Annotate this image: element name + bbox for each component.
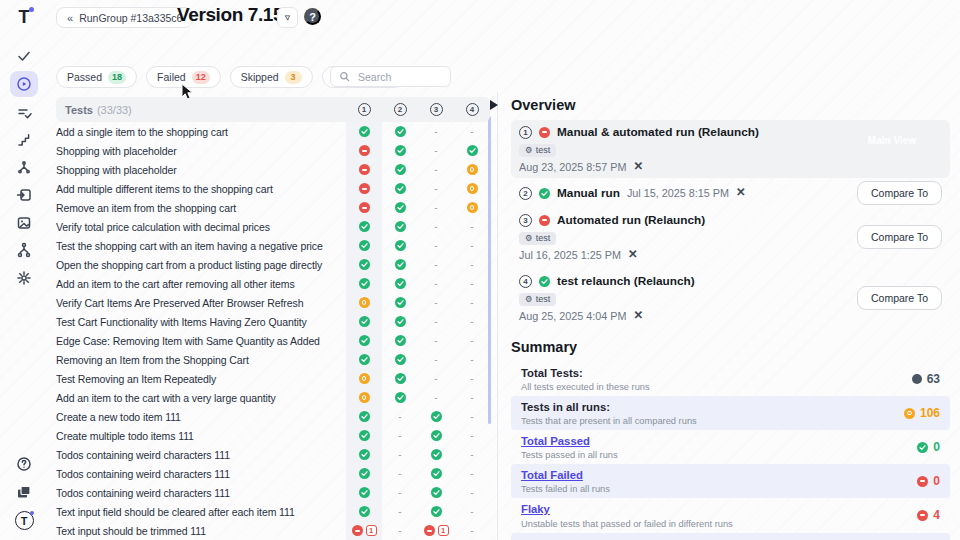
test-row[interactable]: Add a single item to the shopping cart-- <box>56 122 490 141</box>
test-row[interactable]: Shopping with placeholder- <box>56 160 490 179</box>
test-status-cell: - <box>418 165 454 175</box>
compare-to-button[interactable]: Compare To <box>857 286 942 310</box>
summary-link[interactable]: Total Failed <box>521 468 610 482</box>
collapse-panel-icon[interactable] <box>490 100 498 110</box>
test-status-cell: - <box>382 450 418 460</box>
test-row[interactable]: Text input field should be cleared after… <box>56 502 490 521</box>
test-status-cell: - <box>418 355 454 365</box>
test-row[interactable]: Add multiple different items to the shop… <box>56 179 490 198</box>
comment-bubble-icon[interactable]: 1 <box>366 525 377 536</box>
test-row[interactable]: Add an item to the cart after removing a… <box>56 274 490 293</box>
test-row[interactable]: Shopping with placeholder- <box>56 141 490 160</box>
total-dot-icon <box>912 374 922 384</box>
sidebar-item-activity[interactable] <box>10 156 38 180</box>
column-header-run-1[interactable]: 1 <box>346 103 382 116</box>
filter-button[interactable] <box>277 7 298 28</box>
test-name: Open the shopping cart from a product li… <box>56 259 346 271</box>
run-title: test relaunch (Relaunch) <box>557 274 695 288</box>
help-button[interactable]: ? <box>304 8 321 25</box>
test-row[interactable]: Verify Cart Items Are Preserved After Br… <box>56 293 490 312</box>
status-passed-icon <box>431 430 442 441</box>
search-input[interactable] <box>356 70 436 84</box>
user-avatar[interactable]: T <box>15 511 34 530</box>
run-number-columns: 1234 <box>346 103 490 116</box>
test-status-cell: - <box>454 241 490 251</box>
test-status-cell: - <box>418 184 454 194</box>
status-passed-icon <box>539 188 550 199</box>
test-row[interactable]: Verify total price calculation with deci… <box>56 217 490 236</box>
sidebar-item-image[interactable] <box>10 211 38 235</box>
run-item[interactable]: 4test relaunch (Relaunch)⚙testAug 25, 20… <box>511 269 950 327</box>
test-status-cell <box>382 240 418 251</box>
column-header-run-4[interactable]: 4 <box>454 103 490 116</box>
test-row[interactable]: Removing an Item from the Shopping Cart-… <box>56 350 490 369</box>
compare-to-button[interactable]: Compare To <box>857 225 942 249</box>
summary-row-subtitle: Unstable tests that passed or failed in … <box>521 519 733 529</box>
compare-to-button[interactable]: Compare To <box>857 181 942 205</box>
search-box[interactable] <box>330 66 451 87</box>
sidebar-item-settings[interactable] <box>10 266 38 290</box>
app-logo[interactable]: T <box>19 8 30 26</box>
run-item[interactable]: 1Manual & automated run (Relaunch)⚙testA… <box>511 120 950 178</box>
back-to-rungroup-button[interactable]: « RunGroup #13a335c6 <box>56 7 193 28</box>
close-run-icon[interactable]: ✕ <box>633 161 643 173</box>
test-status-cell <box>382 183 418 194</box>
test-status-cell: - <box>454 279 490 289</box>
column-header-run-2[interactable]: 2 <box>382 103 418 116</box>
main-view-ghost-label[interactable]: Main View <box>868 135 916 146</box>
tests-table-header: Tests(33/33) 1234 <box>56 97 490 122</box>
sidebar-item-help[interactable] <box>10 452 38 476</box>
sidebar-item-import[interactable] <box>10 183 38 207</box>
sidebar-item-branch[interactable] <box>10 238 38 262</box>
test-row[interactable]: Add an item to the cart with a very larg… <box>56 388 490 407</box>
sidebar-item-list-check[interactable] <box>10 101 38 125</box>
test-status-cell <box>382 392 418 403</box>
sidebar-item-steps[interactable] <box>10 128 38 152</box>
run-item[interactable]: 2Manual runJul 15, 2025 8:15 PM✕Compare … <box>511 181 950 205</box>
summary-label: Total Tests: <box>521 366 650 380</box>
test-row[interactable]: Create multiple todo items 111-- <box>56 426 490 445</box>
close-run-icon[interactable]: ✕ <box>633 310 643 322</box>
status-none-dash: - <box>470 241 473 251</box>
tests-count: (33/33) <box>97 104 132 116</box>
comment-bubble-icon[interactable]: 1 <box>438 525 449 536</box>
test-row[interactable]: Todos containing weird characters 111-- <box>56 483 490 502</box>
sidebar-item-runs[interactable] <box>10 71 38 97</box>
test-row[interactable]: Test Cart Functionality with Items Havin… <box>56 312 490 331</box>
filter-chip-passed[interactable]: Passed18 <box>56 66 137 88</box>
status-passed-icon <box>395 145 406 156</box>
test-status-cell <box>346 373 382 384</box>
close-run-icon[interactable]: ✕ <box>736 187 746 199</box>
filter-chip-skipped[interactable]: Skipped3 <box>230 66 313 88</box>
test-status-cell <box>382 278 418 289</box>
status-none-dash: - <box>434 222 437 232</box>
summary-row-text: FlakyUnstable tests that passed or faile… <box>521 502 733 528</box>
sidebar-item-check[interactable] <box>10 44 38 68</box>
summary-link[interactable]: Total Passed <box>521 434 618 448</box>
test-row[interactable]: Remove an item from the shopping cart- <box>56 198 490 217</box>
test-name: Edge Case: Removing Item with Same Quant… <box>56 335 346 347</box>
sidebar-item-folders[interactable] <box>10 480 38 504</box>
summary-link[interactable]: Revieved <box>521 537 692 540</box>
status-skipped-icon <box>359 373 370 384</box>
close-run-icon[interactable]: ✕ <box>628 249 638 261</box>
test-row[interactable]: Create a new todo item 111-- <box>56 407 490 426</box>
test-row[interactable]: Test the shopping cart with an item havi… <box>56 236 490 255</box>
test-row[interactable]: Test Removing an Item Repeatedly-- <box>56 369 490 388</box>
test-status-cell: - <box>454 469 490 479</box>
status-none-dash: - <box>470 393 473 403</box>
runs-list: 1Manual & automated run (Relaunch)⚙testA… <box>511 120 950 327</box>
run-item[interactable]: 3Automated run (Relaunch)⚙testJul 16, 20… <box>511 208 950 266</box>
run-title: Manual & automated run (Relaunch) <box>557 125 759 139</box>
status-passed-icon <box>359 126 370 137</box>
summary-link[interactable]: Flaky <box>521 502 733 516</box>
test-row[interactable]: Edge Case: Removing Item with Same Quant… <box>56 331 490 350</box>
test-row[interactable]: Text input should be trimmed 1111-1- <box>56 521 490 540</box>
column-header-run-3[interactable]: 3 <box>418 103 454 116</box>
test-status-cell <box>346 221 382 232</box>
test-row[interactable]: Open the shopping cart from a product li… <box>56 255 490 274</box>
test-row[interactable]: Todos containing weird characters 111-- <box>56 445 490 464</box>
test-row[interactable]: Todos containing weird characters 111-- <box>56 464 490 483</box>
summary-row-text: Total FailedTests failed in all runs <box>521 468 610 494</box>
filter-chip-failed[interactable]: Failed12 <box>146 66 221 88</box>
